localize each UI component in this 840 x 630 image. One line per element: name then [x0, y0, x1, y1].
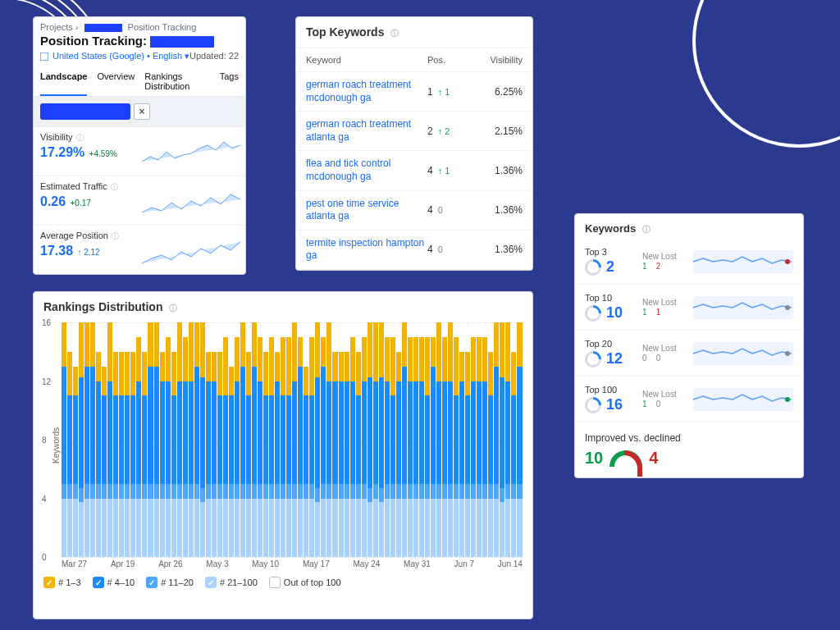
svg-rect-0 [40, 52, 48, 61]
breadcrumb-projects[interactable]: Projects [40, 22, 73, 32]
info-icon[interactable]: ⓘ [169, 304, 177, 313]
tab-landscape[interactable]: Landscape [40, 71, 87, 96]
keyword-link[interactable]: german roach treatment atlanta ga [306, 118, 427, 144]
title-text: Position Tracking: [40, 34, 147, 48]
panel-title: Rankings Distribution ⓘ [34, 292, 532, 317]
legend-item-1-3[interactable]: ✓# 1–3 [43, 577, 81, 588]
info-icon[interactable]: ⓘ [109, 183, 119, 191]
summary-row[interactable]: Top 100 16 New Lost 1 0 [575, 377, 803, 422]
metric-value: 17.29% [40, 145, 84, 159]
tab-rankings[interactable]: Rankings Distribution [144, 71, 209, 96]
legend-item-11-20[interactable]: ✓# 11–20 [146, 577, 194, 588]
decor-circle [692, 0, 840, 148]
y-tick: 4 [42, 494, 47, 503]
x-tick: Apr 19 [111, 559, 135, 568]
redacted-block [84, 24, 122, 32]
table-row: pest one time service atlanta ga 4 0 1.3… [296, 191, 532, 231]
clear-chip-button[interactable]: × [134, 103, 150, 120]
y-tick: 12 [42, 377, 51, 386]
sparkline [142, 186, 240, 217]
visibility-cell: 1.36% [473, 204, 523, 216]
legend-label: # 21–100 [220, 578, 258, 587]
metric-delta: +0.17 [70, 199, 90, 208]
y-tick: 0 [42, 553, 47, 562]
x-tick: May 31 [404, 559, 431, 568]
filter-chip[interactable] [40, 103, 130, 120]
updated-text: Updated: 22 [189, 51, 239, 62]
panel-title: Top Keywords ⓘ [296, 17, 532, 48]
sparkline [693, 388, 793, 411]
tab-overview[interactable]: Overview [97, 71, 135, 96]
title-text: Top Keywords [306, 25, 384, 39]
x-tick: May 17 [303, 559, 330, 568]
keyword-link[interactable]: pest one time service atlanta ga [306, 198, 427, 223]
tabs: Landscape Overview Rankings Distribution… [34, 66, 245, 97]
x-tick: May 10 [252, 559, 279, 568]
metric-traffic[interactable]: Estimated Traffic ⓘ 0.26 +0.17 [34, 176, 245, 225]
metric-delta: +4.59% [89, 149, 117, 158]
improved-label: Improved vs. declined [585, 432, 793, 444]
table-row: german roach treatment mcdonough ga 1 ↑ … [296, 72, 532, 112]
page-title: Position Tracking: [34, 32, 245, 49]
legend-label: Out of top 100 [284, 578, 341, 587]
position-cell: 4 0 [427, 244, 473, 255]
info-icon[interactable]: ⓘ [642, 225, 651, 234]
metric-value: 17.38 [40, 244, 73, 258]
visibility-cell: 6.25% [473, 86, 523, 98]
gauge-icon [609, 450, 642, 467]
info-icon[interactable]: ⓘ [390, 29, 399, 38]
metric-visibility[interactable]: Visibility ⓘ 17.29% +4.59% [34, 126, 245, 176]
row-count: 10 [606, 304, 623, 322]
x-tick: Jun 14 [498, 559, 523, 568]
row-count: 16 [606, 396, 623, 413]
y-tick: 16 [42, 318, 51, 327]
metric-label: Average Position [40, 231, 108, 240]
visibility-cell: 1.36% [473, 165, 523, 176]
metric-value: 0.26 [40, 194, 66, 208]
row-label: Top 10 [585, 293, 637, 303]
tab-tags[interactable]: Tags [220, 71, 239, 96]
filter-chip-row: × [34, 97, 245, 126]
locale-selector[interactable]: United States (Google) • English ▾ [40, 51, 189, 62]
table-row: german roach treatment atlanta ga 2 ↑ 2 … [296, 112, 532, 151]
ring-icon [585, 305, 601, 322]
stacked-bar-chart: 0481216 Mar 27Apr 19Apr 26May 3May 10May… [62, 322, 523, 568]
x-tick: Mar 27 [62, 559, 87, 568]
panel-title: Keywords ⓘ [575, 214, 803, 239]
summary-row[interactable]: Top 10 10 New Lost 1 1 [575, 285, 803, 331]
sparkline [693, 296, 793, 319]
x-tick: Jun 7 [454, 559, 474, 568]
row-label: Top 20 [585, 339, 637, 349]
rankings-distribution-panel: Rankings Distribution ⓘ Keywords 0481216… [33, 291, 533, 619]
sparkline [693, 250, 793, 273]
table-row: flea and tick control mcdonough ga 4 ↑ 1… [296, 151, 532, 190]
ring-icon [585, 351, 601, 368]
table-row: termite inspection hampton ga 4 0 1.36% [296, 231, 532, 270]
breadcrumb-page: Position Tracking [128, 22, 197, 32]
keyword-link[interactable]: flea and tick control mcdonough ga [306, 158, 427, 183]
x-tick: Apr 26 [158, 559, 182, 568]
x-tick: May 24 [353, 559, 380, 568]
visibility-cell: 2.15% [473, 126, 523, 137]
sparkline [142, 235, 240, 267]
legend-item-21-100[interactable]: ✓# 21–100 [205, 577, 258, 588]
metric-delta: ↑ 2.12 [77, 248, 99, 257]
keyword-link[interactable]: termite inspection hampton ga [306, 237, 427, 262]
legend-item-out[interactable]: Out of top 100 [269, 577, 341, 588]
top-keywords-panel: Top Keywords ⓘ Keyword Pos. Visibility g… [295, 16, 533, 271]
col-keyword: Keyword [306, 55, 427, 65]
position-tracking-panel: Projects › Position Tracking Position Tr… [33, 16, 246, 275]
ring-icon [585, 397, 601, 413]
keyword-link[interactable]: german roach treatment mcdonough ga [306, 79, 427, 104]
locale-text: United States (Google) • English [52, 51, 182, 61]
info-icon[interactable]: ⓘ [75, 134, 84, 142]
legend-item-4-10[interactable]: ✓# 4–10 [93, 577, 135, 588]
sparkline [142, 137, 240, 168]
summary-row[interactable]: Top 20 12 New Lost 0 0 [575, 331, 803, 377]
summary-row[interactable]: Top 3 2 New Lost 1 2 [575, 239, 803, 285]
info-icon[interactable]: ⓘ [110, 232, 120, 240]
metric-avg-position[interactable]: Average Position ⓘ 17.38 ↑ 2.12 [34, 225, 245, 274]
visibility-cell: 1.36% [473, 244, 523, 255]
legend-label: # 1–3 [58, 578, 81, 587]
legend-label: # 4–10 [107, 578, 135, 587]
